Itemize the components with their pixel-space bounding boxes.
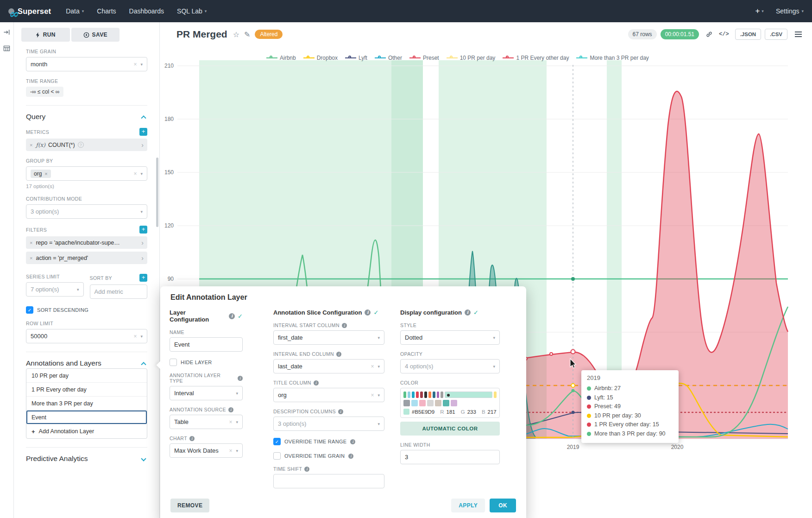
color-swatch[interactable] [412,392,415,398]
description-columns-select[interactable]: 3 option(s) ▾ [273,417,384,431]
nav-item-sql-lab[interactable]: SQL Lab▾ [177,7,207,15]
section-query[interactable]: Query [26,105,147,121]
expand-panel-icon[interactable] [3,29,10,38]
nav-item-dashboards[interactable]: Dashboards [129,7,164,15]
save-button[interactable]: SAVE [71,28,120,42]
clear-icon[interactable]: × [371,392,374,398]
info-icon[interactable]: i [189,436,195,441]
chart-select[interactable]: Max Work Dates × ▾ [170,443,243,458]
color-swatch-selected[interactable] [445,392,492,398]
group-by-chip[interactable]: org× [31,170,51,178]
info-icon[interactable]: i [350,439,355,444]
scrollbar-thumb[interactable] [156,158,158,227]
time-grain-select[interactable]: month × ▾ [26,57,147,71]
checkbox-checked[interactable]: ✓ [26,306,33,314]
title-column-select[interactable]: org × ▾ [273,388,384,402]
sort-by-select[interactable]: Add metric [90,284,148,299]
override-time-grain-checkbox-row[interactable]: OVERRIDE TIME GRAIN i [273,452,384,460]
override-time-range-checkbox-row[interactable]: ✓ OVERRIDE TIME RANGE i [273,438,384,445]
clear-icon[interactable]: × [229,419,232,425]
interval-start-column-select[interactable]: first_date ▾ [273,330,384,345]
info-icon[interactable]: i [348,454,353,459]
add-sort-metric-button[interactable]: + [139,274,147,282]
color-swatch[interactable] [427,400,434,406]
checkbox-checked[interactable]: ✓ [273,438,281,445]
info-icon[interactable]: i [465,310,471,316]
b-value[interactable]: 217 [488,409,497,415]
new-button[interactable]: +▾ [755,6,763,16]
superset-logo[interactable]: ∞ Superset [8,7,51,16]
metric-chip[interactable]: × ƒ(x) COUNT(*) ? › [26,139,147,151]
share-link-icon[interactable] [705,31,713,38]
clear-icon[interactable]: × [133,171,137,177]
clear-icon[interactable]: × [229,448,232,454]
altered-badge[interactable]: Altered [255,30,283,39]
annotation-layer-item[interactable]: More than 3 PR per day [26,397,147,411]
color-swatch[interactable] [424,392,427,398]
section-predictive[interactable]: Predictive Analytics [26,447,147,463]
annotation-layer-item[interactable]: 1 PR Every other day [26,383,147,397]
color-swatch[interactable] [403,392,406,398]
series-limit-select[interactable]: 7 option(s) ▾ [26,282,84,297]
time-shift-input[interactable] [273,474,384,488]
clear-icon[interactable]: × [133,333,137,340]
annotation-source-select[interactable]: Table × ▾ [170,415,243,429]
edit-pencil-icon[interactable]: ✎ [244,30,250,39]
filter-chip[interactable]: × repo = 'apache/incubator-supers... › [26,236,147,249]
color-swatch[interactable] [437,392,440,398]
nav-item-charts[interactable]: Charts [97,7,116,15]
info-icon[interactable]: i [238,376,243,381]
remove-icon[interactable]: × [44,171,47,177]
info-icon[interactable]: i [228,407,233,412]
annotation-layer-type-select[interactable]: Interval ▾ [170,386,243,400]
sort-descending-checkbox-row[interactable]: ✓ SORT DESCENDING [26,306,147,314]
favorite-star-icon[interactable]: ☆ [233,30,239,39]
remove-icon[interactable]: × [30,255,32,261]
apply-button[interactable]: APPLY [451,499,485,512]
color-swatch[interactable] [411,400,418,406]
info-icon[interactable]: i [314,380,319,385]
color-swatch[interactable] [420,392,423,398]
filter-chip[interactable]: × action = 'pr_merged' › [26,252,147,264]
info-icon[interactable]: i [336,352,341,357]
r-value[interactable]: 181 [447,409,455,415]
color-swatch[interactable] [403,400,410,406]
hex-value[interactable]: #B5E9D9 [412,409,434,415]
name-input[interactable] [170,337,243,352]
color-swatch[interactable] [494,392,497,398]
color-swatch[interactable] [443,400,449,406]
section-annotations[interactable]: Annotations and Layers [26,352,147,367]
time-range-value[interactable]: -∞ ≤ col < ∞ [26,87,63,97]
color-swatch[interactable] [435,400,441,406]
checkbox-unchecked[interactable] [170,359,177,366]
info-icon[interactable]: i [229,313,235,319]
remove-icon[interactable]: × [30,142,32,148]
annotation-layer-item-selected[interactable]: Event [26,411,147,424]
automatic-color-button[interactable]: AUTOMATIC COLOR [400,422,500,436]
settings-menu[interactable]: Settings▾ [776,7,804,15]
remove-icon[interactable]: × [30,240,32,246]
info-icon[interactable]: i [304,467,309,472]
datasource-grid-icon[interactable] [3,45,10,54]
export-csv-button[interactable]: .CSV [765,29,787,40]
more-options-menu-icon[interactable] [795,32,802,37]
info-icon[interactable]: i [365,310,371,316]
opacity-select[interactable]: 4 option(s) ▾ [400,359,500,373]
color-swatch[interactable] [419,400,426,406]
color-swatch[interactable] [433,392,435,398]
clear-icon[interactable]: × [371,363,374,370]
info-icon[interactable]: i [342,323,347,328]
line-width-input[interactable] [400,450,500,464]
contribution-mode-select[interactable]: 3 option(s) ▾ [26,204,147,219]
clear-icon[interactable]: × [133,61,137,68]
group-by-select[interactable]: org× × ▾ [26,166,147,181]
g-value[interactable]: 233 [467,409,476,415]
color-swatch[interactable] [416,392,419,398]
hide-layer-checkbox-row[interactable]: HIDE LAYER [170,359,243,366]
color-swatch[interactable] [428,392,431,398]
checkbox-unchecked[interactable] [273,452,281,460]
color-swatch[interactable] [451,400,457,406]
row-limit-select[interactable]: 50000 × ▾ [26,329,147,343]
embed-code-icon[interactable]: </> [719,31,729,38]
info-icon[interactable]: i [338,409,343,414]
